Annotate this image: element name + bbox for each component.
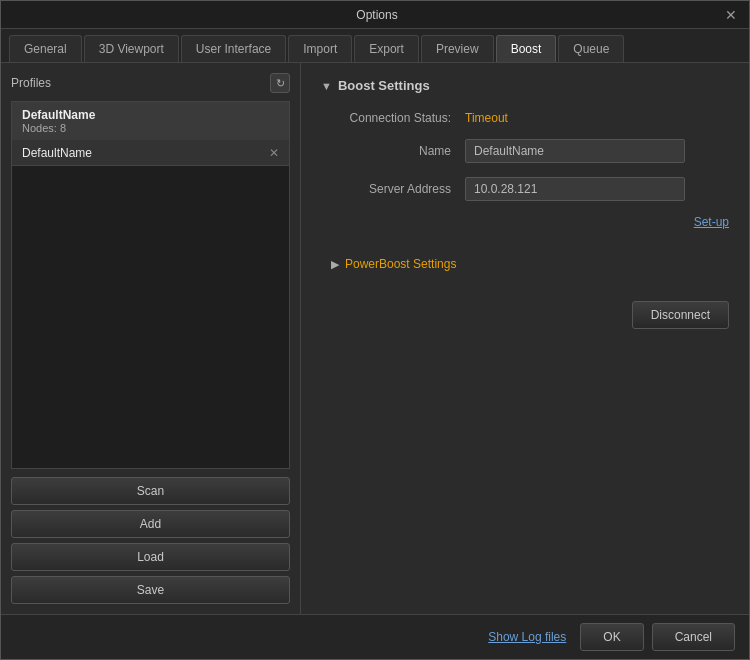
tab-import[interactable]: Import: [288, 35, 352, 62]
main-content: Profiles ↻ DefaultName Nodes: 8 DefaultN…: [1, 63, 749, 614]
name-label: Name: [321, 144, 451, 158]
section-collapse-icon[interactable]: ▼: [321, 80, 332, 92]
tab-general[interactable]: General: [9, 35, 82, 62]
profile-item[interactable]: DefaultName Nodes: 8: [12, 102, 289, 141]
boost-settings-title: Boost Settings: [338, 78, 430, 93]
bottom-buttons: OK Cancel: [580, 623, 735, 651]
setup-link-row: Set-up: [321, 215, 729, 243]
profile-edit-name: DefaultName: [22, 146, 92, 160]
window-title: Options: [31, 8, 723, 22]
profile-name: DefaultName: [22, 108, 279, 122]
tab-queue[interactable]: Queue: [558, 35, 624, 62]
profile-edit-close-icon[interactable]: ✕: [269, 146, 279, 160]
add-button[interactable]: Add: [11, 510, 290, 538]
powerboost-collapse-icon: ▶: [331, 258, 339, 271]
server-address-input[interactable]: [465, 177, 685, 201]
powerboost-label: PowerBoost Settings: [345, 257, 456, 271]
load-button[interactable]: Load: [11, 543, 290, 571]
close-button[interactable]: ✕: [723, 7, 739, 23]
disconnect-button[interactable]: Disconnect: [632, 301, 729, 329]
profiles-header: Profiles ↻: [11, 73, 290, 93]
title-bar: Options ✕: [1, 1, 749, 29]
connection-status-value: Timeout: [465, 111, 508, 125]
name-row: Name: [321, 139, 729, 163]
action-buttons: Scan Add Load Save: [11, 477, 290, 604]
tab-3d-viewport[interactable]: 3D Viewport: [84, 35, 179, 62]
server-address-label: Server Address: [321, 182, 451, 196]
profile-nodes: Nodes: 8: [22, 122, 279, 134]
profiles-list: DefaultName Nodes: 8 DefaultName ✕: [11, 101, 290, 469]
boost-settings-header: ▼ Boost Settings: [321, 78, 729, 93]
show-log-link[interactable]: Show Log files: [488, 630, 566, 644]
profiles-label: Profiles: [11, 76, 51, 90]
tab-bar: General 3D Viewport User Interface Impor…: [1, 29, 749, 63]
powerboost-section[interactable]: ▶ PowerBoost Settings: [331, 257, 729, 271]
bottom-bar: Show Log files OK Cancel: [1, 614, 749, 659]
tab-user-interface[interactable]: User Interface: [181, 35, 286, 62]
left-panel: Profiles ↻ DefaultName Nodes: 8 DefaultN…: [1, 63, 301, 614]
refresh-button[interactable]: ↻: [270, 73, 290, 93]
setup-link[interactable]: Set-up: [694, 215, 729, 229]
connection-status-row: Connection Status: Timeout: [321, 111, 729, 125]
tab-boost[interactable]: Boost: [496, 35, 557, 62]
server-address-row: Server Address: [321, 177, 729, 201]
scan-button[interactable]: Scan: [11, 477, 290, 505]
right-panel: ▼ Boost Settings Connection Status: Time…: [301, 63, 749, 614]
refresh-icon: ↻: [276, 77, 285, 90]
save-button[interactable]: Save: [11, 576, 290, 604]
tab-export[interactable]: Export: [354, 35, 419, 62]
tab-preview[interactable]: Preview: [421, 35, 494, 62]
cancel-button[interactable]: Cancel: [652, 623, 735, 651]
profile-edit-item[interactable]: DefaultName ✕: [12, 141, 289, 166]
name-input[interactable]: [465, 139, 685, 163]
ok-button[interactable]: OK: [580, 623, 643, 651]
connection-status-label: Connection Status:: [321, 111, 451, 125]
options-window: Options ✕ General 3D Viewport User Inter…: [0, 0, 750, 660]
